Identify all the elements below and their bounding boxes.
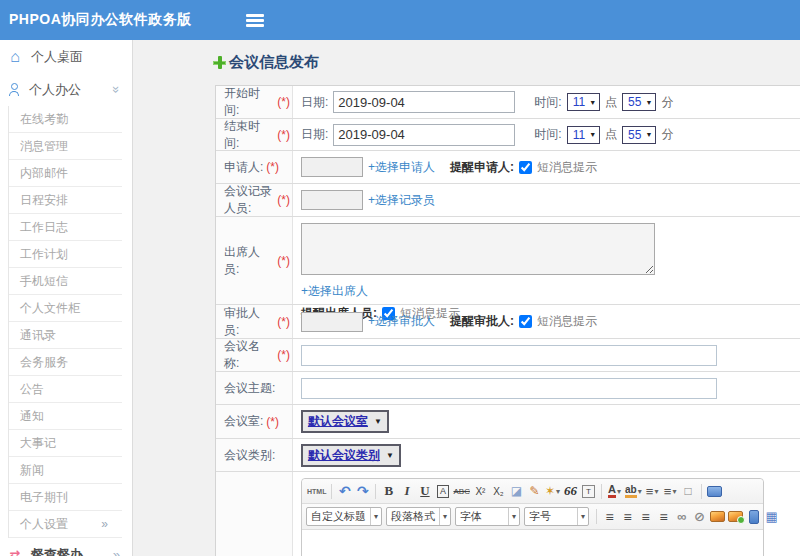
insert-image-icon bbox=[728, 511, 743, 522]
superscript-button[interactable]: X² bbox=[472, 482, 489, 500]
ordered-list-button[interactable]: ≡ ▾ bbox=[644, 482, 661, 500]
main-content: 会议信息发布 开始时间: (*) 日期: 时间: 11 ▼ bbox=[133, 40, 800, 556]
sidebar-item-announcement[interactable]: 公告 bbox=[9, 376, 122, 403]
heading-select[interactable]: 自定义标题 ▾ bbox=[306, 507, 382, 526]
highlight-icon: ab bbox=[625, 484, 637, 498]
fullscreen-button[interactable] bbox=[706, 482, 723, 500]
sidebar-item-messages[interactable]: 消息管理 bbox=[9, 133, 122, 160]
sidebar-item-notice[interactable]: 通知 bbox=[9, 403, 122, 430]
meeting-topic-input[interactable] bbox=[301, 378, 717, 399]
meeting-form: 开始时间: (*) 日期: 时间: 11 ▼ 点 55 bbox=[215, 85, 800, 556]
approver-input[interactable] bbox=[301, 312, 363, 332]
char-border-button[interactable]: A bbox=[437, 485, 449, 498]
align-center-icon[interactable]: ≡ bbox=[619, 508, 636, 526]
hamburger-menu-icon[interactable] bbox=[246, 14, 264, 27]
undo-icon[interactable]: ↶ bbox=[336, 482, 353, 500]
required-marker: (*) bbox=[266, 415, 279, 429]
unordered-list-icon: ≡ bbox=[664, 484, 672, 499]
meeting-room-select[interactable]: 默认会议室 ▼ bbox=[301, 410, 389, 433]
form-row-meeting-category: 会议类别: 默认会议类别 ▼ bbox=[216, 439, 800, 472]
sidebar-item-desktop[interactable]: ⌂ 个人桌面 bbox=[0, 40, 132, 73]
format-brush-icon[interactable]: ✎ bbox=[526, 482, 543, 500]
bold-button[interactable]: B bbox=[380, 482, 397, 500]
end-date-input[interactable] bbox=[333, 124, 515, 146]
font-size-select[interactable]: 字号 ▾ bbox=[524, 507, 589, 526]
remind-applicant-label: 提醒申请人: bbox=[450, 159, 514, 176]
required-marker: (*) bbox=[277, 193, 290, 207]
sidebar-item-settings[interactable]: 个人设置 » bbox=[9, 511, 122, 538]
link-icon[interactable]: ∞ bbox=[673, 508, 690, 526]
subscript-button[interactable]: X₂ bbox=[490, 482, 507, 500]
sidebar-item-schedule[interactable]: 日程安排 bbox=[9, 187, 122, 214]
strikethrough-button[interactable]: ABC bbox=[452, 482, 470, 500]
sidebar-item-sms[interactable]: 手机短信 bbox=[9, 268, 122, 295]
field-label: 申请人: bbox=[224, 159, 263, 176]
field-label: 会议名称: bbox=[224, 338, 274, 372]
sidebar-item-events[interactable]: 大事记 bbox=[9, 430, 122, 457]
caret-down-icon: ▼ bbox=[589, 99, 596, 106]
start-date-input[interactable] bbox=[333, 91, 515, 113]
end-minute-select[interactable]: 55 ▼ bbox=[622, 126, 656, 144]
start-minute-select[interactable]: 55 ▼ bbox=[622, 93, 656, 111]
sidebar-item-supervise[interactable]: ⇄ 督查督办 » bbox=[0, 538, 132, 556]
paragraph-format-select[interactable]: 段落格式 ▾ bbox=[386, 507, 451, 526]
recorder-input[interactable] bbox=[301, 190, 363, 210]
sidebar-item-work-log[interactable]: 工作日志 bbox=[9, 214, 122, 241]
auto-typeset-button[interactable]: ✶ ▾ bbox=[544, 482, 561, 500]
eraser-icon[interactable]: ◪ bbox=[508, 482, 525, 500]
form-row-attendees: 出席人员: (*) +选择出席人 提醒出席人员: 短消息提示 bbox=[216, 217, 800, 305]
font-family-select[interactable]: 字体 ▾ bbox=[455, 507, 520, 526]
sidebar-item-news[interactable]: 新闻 bbox=[9, 457, 122, 484]
sidebar-item-contacts[interactable]: 通讯录 bbox=[9, 322, 122, 349]
caret-small-icon: ▾ bbox=[556, 487, 560, 496]
end-hour-select[interactable]: 11 ▼ bbox=[567, 126, 600, 144]
select-applicant-link[interactable]: +选择申请人 bbox=[368, 159, 435, 176]
editor-toolbar-row1: HTML ↶ ↷ B I U A ABC X² bbox=[302, 479, 763, 504]
sidebar-item-attendance[interactable]: 在线考勤 bbox=[9, 106, 122, 133]
required-marker: (*) bbox=[266, 160, 279, 174]
align-left-icon[interactable]: ≡ bbox=[601, 508, 618, 526]
sidebar-item-e-journal[interactable]: 电子期刊 bbox=[9, 484, 122, 511]
new-page-icon[interactable]: □ bbox=[680, 482, 697, 500]
sidebar-item-office[interactable]: 个人办公 » bbox=[0, 73, 132, 106]
sidebar-item-internal-mail[interactable]: 内部邮件 bbox=[9, 160, 122, 187]
field-label: 结束时间: bbox=[224, 118, 274, 152]
html-source-button[interactable]: HTML bbox=[306, 482, 327, 500]
caret-small-icon: ▾ bbox=[654, 487, 658, 496]
unordered-list-button[interactable]: ≡ ▾ bbox=[662, 482, 679, 500]
image-button[interactable] bbox=[709, 508, 726, 526]
select-approver-link[interactable]: +选择审批人 bbox=[368, 313, 435, 330]
align-right-icon[interactable]: ≡ bbox=[637, 508, 654, 526]
meeting-name-input[interactable] bbox=[301, 345, 717, 366]
insert-image-button[interactable] bbox=[727, 508, 744, 526]
font-color-button[interactable]: A ▾ bbox=[606, 482, 623, 500]
align-justify-icon[interactable]: ≡ bbox=[655, 508, 672, 526]
highlight-color-button[interactable]: ab ▾ bbox=[624, 482, 643, 500]
table-icon[interactable]: ▦ bbox=[763, 508, 780, 526]
select-recorder-link[interactable]: +选择记录员 bbox=[368, 192, 435, 209]
date-label: 日期: bbox=[301, 94, 328, 111]
editor-content-area[interactable] bbox=[302, 530, 763, 556]
paste-format-icon[interactable]: T bbox=[582, 485, 595, 498]
italic-button[interactable]: I bbox=[398, 482, 415, 500]
sidebar-item-file-cabinet[interactable]: 个人文件柜 bbox=[9, 295, 122, 322]
field-label: 会议主题: bbox=[224, 380, 275, 397]
blockquote-button[interactable]: 66 bbox=[562, 482, 579, 500]
applicant-input[interactable] bbox=[301, 157, 363, 177]
start-hour-select[interactable]: 11 ▼ bbox=[567, 93, 600, 111]
rich-text-editor: HTML ↶ ↷ B I U A ABC X² bbox=[301, 478, 764, 556]
approver-sms-checkbox[interactable] bbox=[519, 315, 532, 328]
sidebar-item-meeting-service[interactable]: 会务服务 bbox=[9, 349, 122, 376]
sidebar-item-work-plan[interactable]: 工作计划 bbox=[9, 241, 122, 268]
caret-small-icon: ▾ bbox=[370, 508, 381, 525]
underline-button[interactable]: U bbox=[416, 482, 433, 500]
select-attendees-link[interactable]: +选择出席人 bbox=[301, 283, 368, 300]
page-break-button[interactable] bbox=[745, 508, 762, 526]
meeting-category-select[interactable]: 默认会议类别 ▼ bbox=[301, 444, 401, 467]
unlink-icon[interactable]: ⊘ bbox=[691, 508, 708, 526]
redo-icon[interactable]: ↷ bbox=[354, 482, 371, 500]
applicant-sms-checkbox[interactable] bbox=[519, 161, 532, 174]
user-icon bbox=[8, 83, 20, 96]
attendees-textarea[interactable] bbox=[301, 223, 655, 275]
sidebar-submenu: 在线考勤 消息管理 内部邮件 日程安排 工作日志 工作计划 手机短信 个人文件柜… bbox=[8, 106, 132, 538]
